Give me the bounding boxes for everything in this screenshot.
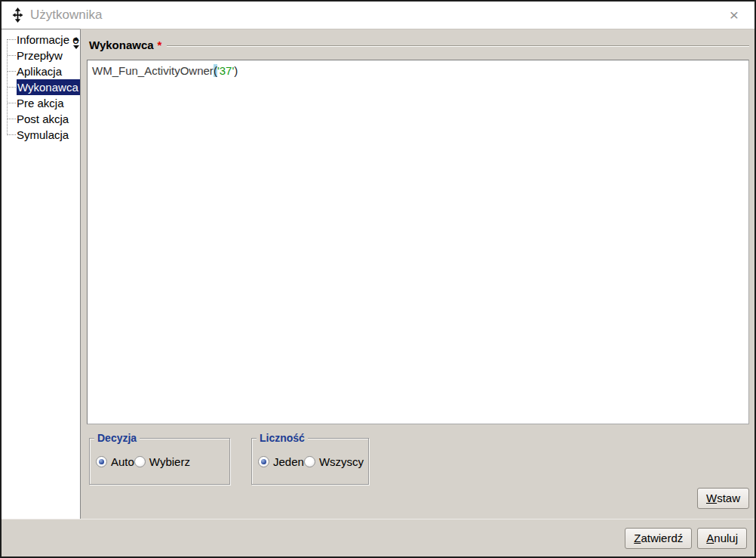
radio-wybierz-circle	[134, 456, 146, 467]
argument-token: '37'	[217, 64, 234, 77]
insert-button-row: Wstaw	[87, 488, 749, 509]
licznosc-groupbox: Liczność Jeden Wszyscy	[251, 438, 369, 485]
title-bar: Użytkownika ×	[2, 2, 754, 29]
close-icon[interactable]: ×	[721, 2, 747, 29]
section-divider	[167, 45, 749, 47]
zatwierdz-button[interactable]: Zatwierdź	[625, 528, 692, 549]
sidebar-item-informacje[interactable]: Informacje o	[2, 32, 80, 48]
dialog-window: Użytkownika × Informacje o Przepływ Apli…	[0, 0, 756, 558]
section-title: Wykonawca	[89, 39, 154, 51]
close-paren-token: )	[234, 64, 238, 77]
window-title: Użytkownika	[30, 8, 102, 23]
sidebar-item-post-akcja[interactable]: Post akcja	[2, 111, 80, 127]
radio-jeden[interactable]: Jeden	[258, 455, 304, 468]
decyzja-label: Decyzja	[94, 432, 140, 444]
dialog-footer: Zatwierdź Anuluj	[2, 519, 754, 556]
sidebar-item-przeplyw[interactable]: Przepływ	[2, 48, 80, 63]
required-marker: *	[158, 39, 162, 51]
anuluj-button[interactable]: Anuluj	[697, 528, 747, 549]
radio-auto[interactable]: Auto	[96, 455, 134, 468]
section-header: Wykonawca *	[89, 39, 749, 51]
radio-wybierz[interactable]: Wybierz	[134, 455, 190, 468]
decyzja-groupbox: Decyzja Auto Wybierz	[89, 438, 230, 485]
dialog-body: Informacje o Przepływ Aplikacja Wykonawc…	[2, 29, 754, 519]
licznosc-label: Liczność	[257, 432, 308, 444]
move-arrows-icon	[11, 8, 24, 23]
sidebar-item-wykonawca[interactable]: Wykonawca	[2, 79, 80, 95]
category-tree: Informacje o Przepływ Aplikacja Wykonawc…	[2, 29, 80, 519]
sidebar-item-symulacja[interactable]: Symulacja	[2, 127, 80, 143]
options-row: Decyzja Auto Wybierz Liczność	[89, 438, 749, 485]
radio-jeden-circle	[258, 456, 269, 467]
expression-editor[interactable]: WM_Fun_ActivityOwner('37')	[87, 60, 749, 424]
sidebar-item-pre-akcja[interactable]: Pre akcja	[2, 95, 80, 111]
wykonawca-panel: Wykonawca * WM_Fun_ActivityOwner('37') D…	[80, 29, 754, 519]
radio-auto-circle	[96, 456, 107, 467]
wstaw-button[interactable]: Wstaw	[697, 488, 749, 509]
radio-wszyscy[interactable]: Wszyscy	[304, 455, 364, 468]
radio-wszyscy-circle	[304, 456, 315, 467]
sidebar-item-aplikacja[interactable]: Aplikacja	[2, 63, 80, 79]
function-name-token: WM_Fun_ActivityOwner	[92, 64, 214, 77]
expression-line: WM_Fun_ActivityOwner('37')	[92, 64, 744, 77]
